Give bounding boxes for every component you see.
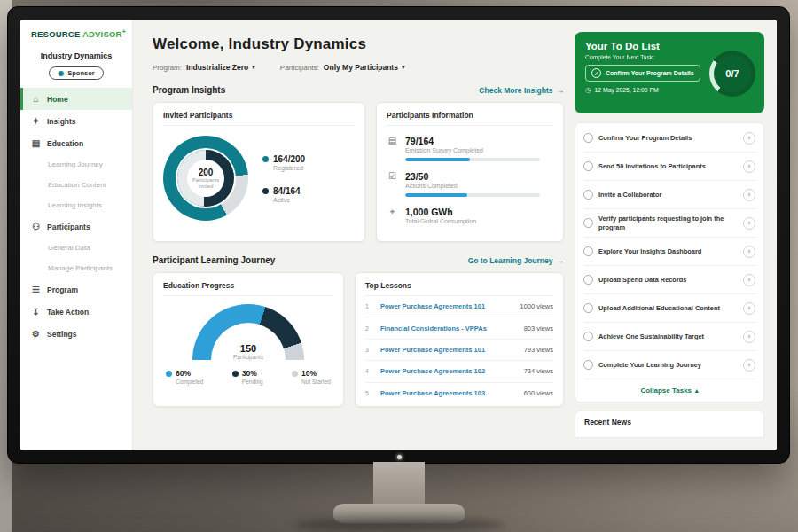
participants-information-card: Participants Information ▤ 79/164 Emissi…: [376, 102, 564, 242]
program-dropdown-value: Industrialize Zero: [186, 63, 248, 72]
brand-text-advisor: ADVISOR: [82, 29, 122, 39]
sidebar-item-general-data[interactable]: General Data: [20, 238, 132, 258]
due-date-label: 12 May 2025, 12:00 PM: [595, 87, 659, 93]
lesson-row[interactable]: 2 Financial Considerations - VPPAs 803 v…: [365, 317, 553, 339]
todo-progress-value: 0/7: [714, 55, 751, 92]
badge-dot-icon: ◉: [58, 70, 64, 77]
consumption-label: Total Global Consumption: [405, 218, 476, 224]
task-row[interactable]: Verify participants requesting to join t…: [583, 209, 755, 238]
invited-donut-chart: 200 Participants Invited: [163, 136, 248, 221]
task-row[interactable]: Achieve One Sustainability Target ›: [583, 323, 755, 351]
chevron-down-icon: ▾: [252, 64, 255, 71]
lesson-row[interactable]: 4 Power Purchase Agreements 102 734 view…: [365, 361, 553, 382]
sidebar-item-learning-insights[interactable]: Learning Insights: [20, 195, 132, 215]
registered-value: 164/200: [273, 154, 305, 164]
consumption-value: 1,000 GWh: [405, 207, 476, 217]
chevron-right-icon[interactable]: ›: [743, 132, 755, 145]
recent-news-header[interactable]: Recent News: [575, 411, 764, 438]
chevron-right-icon[interactable]: ›: [743, 359, 755, 372]
donut-center-value: 200: [199, 168, 214, 177]
lesson-row[interactable]: 1 Power Purchase Agreements 101 1000 vie…: [365, 296, 553, 317]
sidebar-item-label: Education Content: [48, 181, 106, 189]
org-name: Industry Dynamics: [20, 51, 132, 60]
check-more-insights-link[interactable]: Check More Insights →: [479, 86, 564, 95]
chevron-down-icon: ▾: [402, 64, 405, 71]
sidebar-item-take-action[interactable]: ↧ Take Action: [20, 301, 132, 323]
todo-hero-card: Your To Do List Complete Your Next Task:…: [575, 32, 764, 113]
program-dropdown[interactable]: Industrialize Zero ▾: [186, 63, 255, 72]
sidebar-item-label: Participants: [47, 223, 90, 231]
chevron-right-icon[interactable]: ›: [743, 160, 755, 173]
settings-icon: ⚙: [31, 330, 41, 339]
go-to-learning-journey-link[interactable]: Go to Learning Journey →: [468, 256, 564, 265]
participants-dropdown[interactable]: Only My Participants ▾: [324, 63, 405, 72]
lesson-link: Power Purchase Agreements 102: [380, 367, 518, 375]
consumption-icon: ⌖: [387, 207, 398, 224]
gauge-center-value: 150: [192, 343, 304, 354]
program-icon: ☰: [31, 286, 41, 294]
sponsor-badge[interactable]: ◉ Sponsor: [49, 66, 103, 80]
app-window: RESOURCE ADVISOR+ Industry Dynamics ◉ Sp…: [20, 20, 777, 450]
actions-icon: ☑: [387, 172, 398, 197]
sidebar-item-learning-journey[interactable]: Learning Journey: [20, 154, 132, 175]
survey-progress-track: [405, 158, 540, 161]
actions-label: Actions Completed: [405, 183, 540, 189]
education-gauge-chart: 150 Participants: [192, 304, 304, 361]
task-row[interactable]: Confirm Your Program Details ›: [583, 124, 755, 153]
task-row[interactable]: Upload Additional Educational Content ›: [583, 294, 755, 323]
brand-text-resource: RESOURCE: [31, 29, 80, 39]
education-card-title: Education Progress: [163, 281, 333, 296]
sidebar-item-participants[interactable]: ⚇ Participants: [20, 215, 132, 238]
sidebar-item-manage-participants[interactable]: Manage Participants: [20, 258, 132, 278]
sidebar-item-program[interactable]: ☰ Program: [20, 278, 132, 301]
task-list: Confirm Your Program Details › Send 50 I…: [575, 122, 764, 403]
sidebar-item-insights[interactable]: ✦ Insights: [20, 110, 132, 132]
main-content: Welcome, Industry Dynamics Program: Indu…: [133, 20, 575, 450]
collapse-tasks-button[interactable]: Collapse Tasks ▴: [583, 379, 755, 402]
check-icon: ✓: [591, 68, 601, 78]
info-progress-fill: [405, 193, 467, 197]
lesson-link: Power Purchase Agreements 101: [380, 346, 518, 354]
task-checkbox[interactable]: [583, 275, 593, 285]
power-led: [397, 455, 402, 459]
sidebar-item-label: Settings: [47, 330, 77, 339]
lesson-row[interactable]: 5 Power Purchase Agreements 103 600 view…: [365, 383, 553, 403]
task-checkbox[interactable]: [583, 360, 593, 370]
chevron-right-icon[interactable]: ›: [743, 331, 755, 343]
lesson-row[interactable]: 3 Power Purchase Agreements 101 793 view…: [365, 340, 553, 361]
task-row[interactable]: Send 50 Invitations to Participants ›: [583, 153, 755, 181]
task-checkbox[interactable]: [583, 133, 593, 143]
chevron-right-icon[interactable]: ›: [743, 189, 755, 201]
next-task-chip[interactable]: ✓ Confirm Your Program Details: [585, 65, 700, 82]
task-checkbox[interactable]: [583, 246, 593, 256]
task-checkbox[interactable]: [583, 332, 593, 341]
todo-progress-ring: 0/7: [709, 51, 755, 97]
next-task-label: Confirm Your Program Details: [606, 70, 694, 76]
task-row[interactable]: Explore Your Insights Dashboard ›: [583, 238, 755, 266]
chevron-right-icon[interactable]: ›: [743, 302, 755, 315]
sidebar-item-education[interactable]: ▤ Education: [20, 132, 132, 154]
task-checkbox[interactable]: [583, 218, 593, 228]
chevron-up-icon: ▴: [695, 387, 699, 395]
insights-icon: ✦: [31, 117, 41, 126]
lesson-link: Financial Considerations - VPPAs: [380, 325, 518, 332]
task-row[interactable]: Invite a Collaborator ›: [583, 181, 755, 209]
sidebar-item-education-content[interactable]: Education Content: [20, 175, 132, 195]
task-row[interactable]: Complete Your Learning Journey ›: [583, 351, 755, 379]
sidebar-item-home[interactable]: ⌂ Home: [20, 88, 132, 110]
task-row[interactable]: Upload Spend Data Records ›: [583, 266, 755, 294]
arrow-right-icon: →: [557, 86, 565, 95]
lesson-link: Power Purchase Agreements 101: [380, 302, 513, 310]
task-checkbox[interactable]: [583, 303, 593, 313]
section-title-learning-journey: Participant Learning Journey: [153, 255, 275, 265]
sidebar-item-settings[interactable]: ⚙ Settings: [20, 323, 132, 345]
chevron-right-icon[interactable]: ›: [743, 274, 755, 286]
chevron-right-icon[interactable]: ›: [743, 246, 755, 258]
task-checkbox[interactable]: [583, 161, 593, 171]
todo-title: Your To Do List: [585, 41, 754, 51]
task-checkbox[interactable]: [583, 190, 593, 200]
home-icon: ⌂: [31, 95, 41, 104]
chevron-right-icon[interactable]: ›: [743, 217, 755, 230]
completed-dot-icon: [166, 371, 172, 377]
participants-filter-label: Participants:: [280, 64, 319, 72]
